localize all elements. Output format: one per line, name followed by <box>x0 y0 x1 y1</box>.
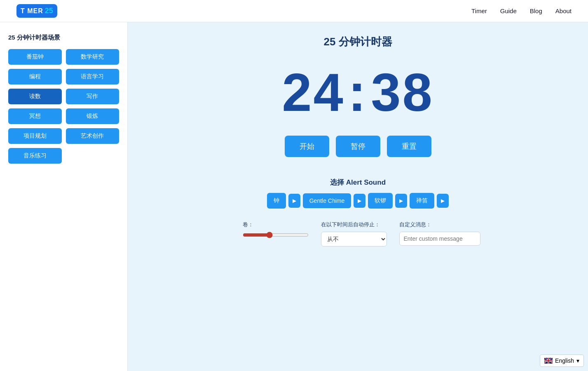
auto-stop-select[interactable]: 从不 5 分钟 10 分钟 15 分钟 30 分钟 <box>321 232 387 247</box>
volume-slider[interactable] <box>243 232 309 238</box>
nav-about[interactable]: About <box>555 7 572 14</box>
pause-button[interactable]: 暂停 <box>336 136 380 157</box>
header: T MER 25 Timer Guide Blog About <box>0 0 588 22</box>
reset-button[interactable]: 重置 <box>387 136 431 157</box>
chevron-down-icon: ▾ <box>576 357 579 364</box>
language-selector[interactable]: English ▾ <box>540 355 584 367</box>
scenario-planning[interactable]: 项目规划 <box>8 128 62 144</box>
timer-title: 25 分钟计时器 <box>323 35 392 49</box>
scenario-grid: 番茄钟 数学研究 编程 语言学习 读数 写作 冥想 锻炼 项目规划 艺术创作 音… <box>8 49 119 164</box>
sidebar: 25 分钟计时器场景 番茄钟 数学研究 编程 语言学习 读数 写作 冥想 锻炼 … <box>0 22 128 371</box>
controls: 开始 暂停 重置 <box>285 136 431 157</box>
sound-chime[interactable]: Gentle Chime <box>303 193 351 208</box>
scenario-meditation[interactable]: 冥想 <box>8 108 62 124</box>
sound-gong[interactable]: 软锣 <box>368 193 393 209</box>
sound-flute[interactable]: 禅笛 <box>410 193 434 209</box>
main: 25 分钟计时器 24:38 开始 暂停 重置 选择 Alert Sound 钟… <box>128 22 588 371</box>
auto-stop-label: 在以下时间后自动停止： <box>321 221 387 228</box>
scenario-reading[interactable]: 读数 <box>8 89 62 104</box>
start-button[interactable]: 开始 <box>285 136 329 157</box>
auto-stop-section: 在以下时间后自动停止： 从不 5 分钟 10 分钟 15 分钟 30 分钟 <box>321 221 387 247</box>
logo[interactable]: T MER 25 <box>16 4 57 18</box>
logo-number: 25 <box>45 7 53 15</box>
bottom-controls: 卷： 在以下时间后自动停止： 从不 5 分钟 10 分钟 15 分钟 30 分钟… <box>239 221 478 247</box>
timer-seconds: 38 <box>371 62 434 122</box>
logo-text: T MER <box>21 7 43 15</box>
custom-message-label: 自定义消息： <box>399 221 480 228</box>
svg-rect-8 <box>544 360 553 361</box>
alert-title: 选择 Alert Sound <box>267 178 449 187</box>
play-bell-button[interactable]: ▶ <box>288 194 300 208</box>
custom-message-input[interactable] <box>399 232 480 246</box>
scenario-music[interactable]: 音乐练习 <box>8 148 62 164</box>
flag-icon <box>544 358 553 364</box>
language-label: English <box>555 357 574 364</box>
sidebar-title: 25 分钟计时器场景 <box>8 34 119 42</box>
custom-message-section: 自定义消息： <box>399 221 480 246</box>
scenario-language[interactable]: 语言学习 <box>66 69 119 85</box>
layout: 25 分钟计时器场景 番茄钟 数学研究 编程 语言学习 读数 写作 冥想 锻炼 … <box>0 22 588 371</box>
alert-section: 选择 Alert Sound 钟 ▶ Gentle Chime ▶ 软锣 ▶ 禅… <box>267 178 449 209</box>
alert-sounds: 钟 ▶ Gentle Chime ▶ 软锣 ▶ 禅笛 ▶ <box>267 193 449 209</box>
scenario-programming[interactable]: 编程 <box>8 69 62 85</box>
scenario-tomato[interactable]: 番茄钟 <box>8 49 62 65</box>
nav: Timer Guide Blog About <box>471 7 572 14</box>
timer-display: 24:38 <box>282 66 434 119</box>
nav-timer[interactable]: Timer <box>471 7 487 14</box>
nav-blog[interactable]: Blog <box>530 7 542 14</box>
play-gong-button[interactable]: ▶ <box>395 194 407 208</box>
scenario-math[interactable]: 数学研究 <box>66 49 119 65</box>
scenario-writing[interactable]: 写作 <box>66 89 119 104</box>
sound-bell[interactable]: 钟 <box>267 193 286 209</box>
nav-guide[interactable]: Guide <box>500 7 517 14</box>
timer-colon: : <box>348 62 368 122</box>
scenario-exercise[interactable]: 锻炼 <box>66 108 119 124</box>
play-flute-button[interactable]: ▶ <box>437 194 449 208</box>
timer-minutes: 24 <box>282 62 345 122</box>
scenario-art[interactable]: 艺术创作 <box>66 128 119 144</box>
volume-label: 卷： <box>243 221 309 228</box>
play-chime-button[interactable]: ▶ <box>354 194 365 208</box>
volume-section: 卷： <box>243 221 309 238</box>
